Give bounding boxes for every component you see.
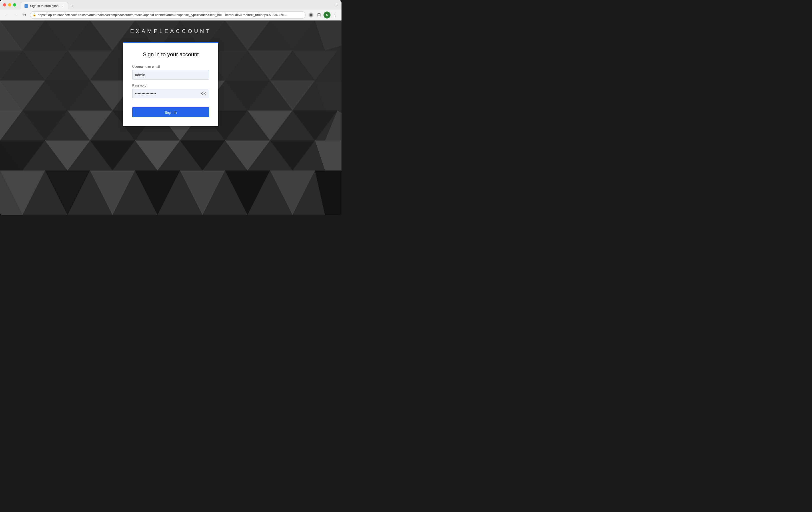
svg-point-59 bbox=[203, 93, 204, 94]
password-wrapper bbox=[132, 89, 209, 98]
tab-bar: Sign in to srobinson × + bbox=[21, 0, 76, 9]
toolbar-actions: S ⋮ bbox=[308, 11, 339, 19]
active-tab[interactable]: Sign in to srobinson × bbox=[21, 2, 68, 9]
toggle-password-visibility-button[interactable] bbox=[201, 90, 207, 96]
svg-rect-2 bbox=[310, 15, 311, 17]
sign-in-button[interactable]: Sign In bbox=[132, 107, 209, 117]
back-button[interactable]: ← bbox=[3, 11, 10, 19]
reload-button[interactable]: ↻ bbox=[21, 11, 28, 19]
user-avatar-button[interactable]: S bbox=[323, 11, 330, 19]
password-label: Password bbox=[132, 84, 209, 87]
maximize-window-button[interactable] bbox=[13, 3, 16, 6]
login-card: Sign in to your account Username or emai… bbox=[123, 42, 218, 126]
minimize-window-button[interactable] bbox=[8, 3, 11, 6]
page-content: EXAMPLEACCOUNT Sign in to your account U… bbox=[0, 21, 342, 215]
browser-titlebar: Sign in to srobinson × + ⋮ bbox=[0, 0, 342, 9]
brand-title: EXAMPLEACCOUNT bbox=[130, 28, 211, 34]
traffic-lights bbox=[3, 3, 16, 6]
svg-rect-0 bbox=[310, 13, 311, 15]
forward-button[interactable]: → bbox=[12, 11, 19, 19]
lock-icon: 🔒 bbox=[33, 13, 36, 17]
card-body: Sign in to your account Username or emai… bbox=[123, 43, 218, 126]
close-window-button[interactable] bbox=[3, 3, 6, 6]
tab-close-icon[interactable]: × bbox=[60, 4, 64, 8]
more-options-icon[interactable]: ⋮ bbox=[334, 2, 339, 7]
password-input[interactable] bbox=[132, 89, 209, 98]
url-text: https://idp-ec-sandbox.socotra.com/auth/… bbox=[38, 13, 303, 17]
browser-toolbar-right: ⋮ bbox=[334, 2, 339, 7]
address-bar[interactable]: 🔒 https://idp-ec-sandbox.socotra.com/aut… bbox=[30, 11, 306, 19]
username-label: Username or email bbox=[132, 65, 209, 68]
card-heading: Sign in to your account bbox=[132, 51, 209, 58]
username-input[interactable] bbox=[132, 70, 209, 80]
svg-rect-1 bbox=[311, 13, 313, 15]
password-field-group: Password bbox=[132, 84, 209, 98]
tab-title: Sign in to srobinson bbox=[30, 4, 58, 8]
browser-menu-icon[interactable]: ⋮ bbox=[331, 11, 339, 19]
svg-rect-3 bbox=[311, 15, 313, 17]
bookmark-icon[interactable] bbox=[316, 11, 322, 19]
extensions-icon[interactable] bbox=[308, 11, 315, 19]
browser-window: Sign in to srobinson × + ⋮ ← → ↻ 🔒 https… bbox=[0, 0, 342, 215]
username-field-group: Username or email bbox=[132, 65, 209, 80]
browser-toolbar: ← → ↻ 🔒 https://idp-ec-sandbox.socotra.c… bbox=[0, 9, 342, 21]
new-tab-button[interactable]: + bbox=[69, 2, 76, 9]
tab-favicon-icon bbox=[25, 4, 28, 8]
page-body: EXAMPLEACCOUNT Sign in to your account U… bbox=[0, 21, 342, 215]
